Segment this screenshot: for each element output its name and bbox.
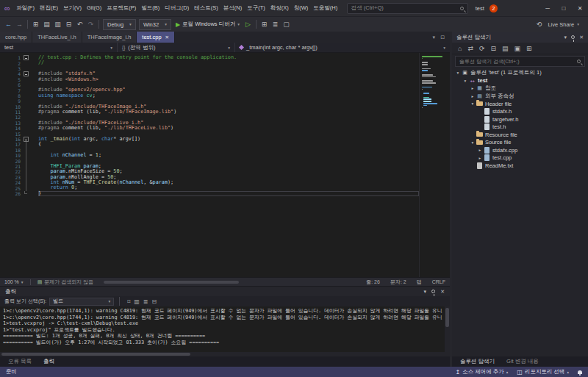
collapse-all-icon[interactable]: ⊟: [491, 45, 497, 52]
tree-item-resource-file[interactable]: Resource file: [452, 131, 588, 139]
code-area[interactable]: // test.cpp : Defines the entry point fo…: [34, 53, 419, 277]
sync-with-active-document-icon[interactable]: ⇄: [467, 45, 473, 52]
caret-char-indicator[interactable]: 문자: 2: [390, 279, 406, 286]
tool-tab-error-list[interactable]: 오류 목록: [3, 356, 37, 367]
redo-icon[interactable]: ↷: [85, 21, 96, 28]
indent-mode-indicator[interactable]: 탭: [417, 279, 422, 286]
tree-item-project-test[interactable]: ▾++test: [452, 77, 588, 85]
code-editor[interactable]: 1234567891011121314151617181920212223242…: [0, 53, 450, 277]
new-file-icon[interactable]: ⊞: [30, 21, 41, 28]
tree-item-external-dependencies[interactable]: ▸▤외부 종속성: [452, 93, 588, 101]
start-debugging-button[interactable]: ▶ 로컬 Windows 디버거 ▾: [173, 21, 243, 28]
close-panel-icon[interactable]: ✕: [579, 35, 584, 40]
expand-arrow-icon[interactable]: ▸: [470, 94, 476, 98]
toolbar-options-icon[interactable]: ▢: [281, 21, 292, 28]
menu-item-window[interactable]: 창(W): [291, 0, 311, 16]
close-panel-icon[interactable]: ✕: [440, 289, 445, 295]
scrollbar-thumb[interactable]: [445, 308, 449, 327]
solution-platform-dropdown[interactable]: Win32▾: [139, 19, 171, 30]
expand-arrow-icon[interactable]: ▾: [455, 71, 461, 75]
build-icon[interactable]: ⊞: [259, 21, 270, 28]
line-ending-indicator[interactable]: CRLF: [432, 279, 445, 284]
expand-arrow-icon[interactable]: ▾: [470, 101, 476, 106]
new-folder-icon[interactable]: ⊞: [526, 45, 532, 52]
notification-badge[interactable]: 2: [490, 4, 498, 12]
output-log[interactable]: 1>c:\opencv2\core.hpp(1744,1): warning C…: [0, 306, 450, 352]
find-in-files-icon[interactable]: ≣: [270, 21, 281, 28]
solution-configuration-dropdown[interactable]: Debug▾: [103, 19, 136, 30]
refresh-icon[interactable]: ⟳: [479, 45, 485, 52]
expand-arrow-icon[interactable]: ▸: [477, 148, 483, 152]
menu-item-build[interactable]: 빌드(B): [139, 0, 162, 16]
global-search-box[interactable]: 검색 (Ctrl+Q): [347, 3, 468, 14]
fold-toggle-icon[interactable]: [24, 71, 29, 76]
minimap-scrollbar[interactable]: [419, 53, 450, 277]
tree-item-readme-txt[interactable]: ReadMe.txt: [452, 162, 588, 170]
live-share-button[interactable]: ⟲ Live Share ▾: [534, 21, 585, 28]
minimize-button[interactable]: ─: [539, 0, 556, 16]
pin-icon[interactable]: [571, 35, 575, 39]
tree-item-header-file[interactable]: ▾Header file: [452, 100, 588, 108]
menu-item-tools[interactable]: 도구(T): [245, 0, 268, 16]
output-vertical-scrollbar[interactable]: [445, 306, 450, 352]
expand-arrow-icon[interactable]: ▾: [470, 140, 476, 145]
find-message-icon[interactable]: ⌑: [127, 298, 130, 305]
tree-item-stdafx-h[interactable]: stdafx.h: [452, 108, 588, 116]
clear-all-icon[interactable]: ▥: [134, 298, 140, 305]
properties-icon[interactable]: ▣: [514, 45, 521, 52]
editor-horizontal-scrollbar[interactable]: [104, 280, 350, 284]
navigate-back-icon[interactable]: ←: [3, 21, 14, 28]
scrollbar-thumb[interactable]: [1, 353, 190, 356]
pin-icon[interactable]: [431, 290, 435, 293]
tool-tab-solution-explorer[interactable]: 솔루션 탐색기: [455, 356, 500, 367]
tab-thfaceimage-i-h[interactable]: THFaceImage_i.h: [82, 32, 137, 43]
window-position-icon[interactable]: ▾: [564, 35, 567, 40]
close-button[interactable]: ✕: [572, 0, 588, 16]
add-to-source-control-button[interactable]: ↥ 소스 제어에 추가 ▴: [455, 368, 508, 376]
save-icon[interactable]: ▥: [52, 21, 63, 28]
float-window-icon[interactable]: ⊡: [440, 35, 445, 40]
scrollbar-thumb[interactable]: [104, 281, 239, 284]
menu-item-view[interactable]: 보기(V): [60, 0, 84, 16]
menu-item-analyze[interactable]: 분석(N): [220, 0, 244, 16]
tool-tab-output[interactable]: 출력: [38, 356, 60, 367]
menu-item-file[interactable]: 파일(F): [14, 0, 37, 16]
window-position-icon[interactable]: ▾: [424, 289, 427, 295]
tree-item-references[interactable]: ▸▦참조: [452, 85, 588, 93]
tab-test-cpp[interactable]: test.cpp✕: [137, 32, 175, 43]
select-repository-button[interactable]: ◫ 리포지토리 선택 ▴: [517, 368, 569, 376]
fold-toggle-icon[interactable]: [24, 55, 29, 60]
menu-item-test[interactable]: 테스트(S): [192, 0, 221, 16]
tree-item-solution[interactable]: ▾▣솔루션 'test' (1 프로젝트의 1): [452, 69, 588, 77]
tab-thfacelive-i-h[interactable]: THFaceLive_i.h: [32, 32, 82, 43]
notifications-bell-icon[interactable]: [578, 370, 582, 374]
tree-item-source-file[interactable]: ▾Source file: [452, 139, 588, 147]
menu-item-edit[interactable]: 편집(E): [37, 0, 60, 16]
scope-dropdown[interactable]: {} (전역 범위) ▾: [118, 43, 235, 52]
output-source-dropdown[interactable]: 빌드 ▾: [49, 298, 114, 306]
menu-item-debug[interactable]: 디버그(D): [162, 0, 192, 16]
menu-item-help[interactable]: 도움말(H): [311, 0, 340, 16]
fold-toggle-icon[interactable]: [24, 137, 29, 142]
undo-icon[interactable]: ↶: [74, 21, 85, 28]
close-tab-icon[interactable]: ✕: [165, 35, 169, 40]
collapse-icon[interactable]: ⊟: [152, 298, 157, 305]
member-dropdown[interactable]: _tmain(int argc, char * argv[]) ▾: [235, 43, 450, 52]
project-dropdown[interactable]: test ▾: [0, 43, 118, 52]
maximize-button[interactable]: □: [556, 0, 572, 16]
tree-item-targetver-h[interactable]: targetver.h: [452, 115, 588, 123]
tool-tab-git-changes[interactable]: Git 변경 내용: [501, 356, 544, 367]
show-all-files-icon[interactable]: ▤: [502, 45, 509, 52]
solution-explorer-search-box[interactable]: 솔루션 탐색기 검색(Ctrl+;): [455, 56, 585, 67]
open-file-icon[interactable]: ▤: [41, 21, 52, 28]
expand-arrow-icon[interactable]: ▾: [462, 79, 468, 83]
tab-core-hpp[interactable]: core.hpp: [0, 32, 32, 43]
tree-item-test-cpp[interactable]: ▸test.cpp: [452, 154, 588, 162]
document-health-indicator[interactable]: ▤ 문제가 검색되지 않음: [37, 279, 94, 286]
word-wrap-icon[interactable]: ≣: [143, 298, 148, 305]
navigate-forward-icon[interactable]: →: [14, 21, 25, 28]
output-horizontal-scrollbar[interactable]: [0, 352, 450, 356]
caret-line-indicator[interactable]: 줄: 26: [366, 279, 380, 286]
expand-arrow-icon[interactable]: ▸: [470, 86, 476, 90]
home-icon[interactable]: ⌂: [458, 45, 462, 52]
